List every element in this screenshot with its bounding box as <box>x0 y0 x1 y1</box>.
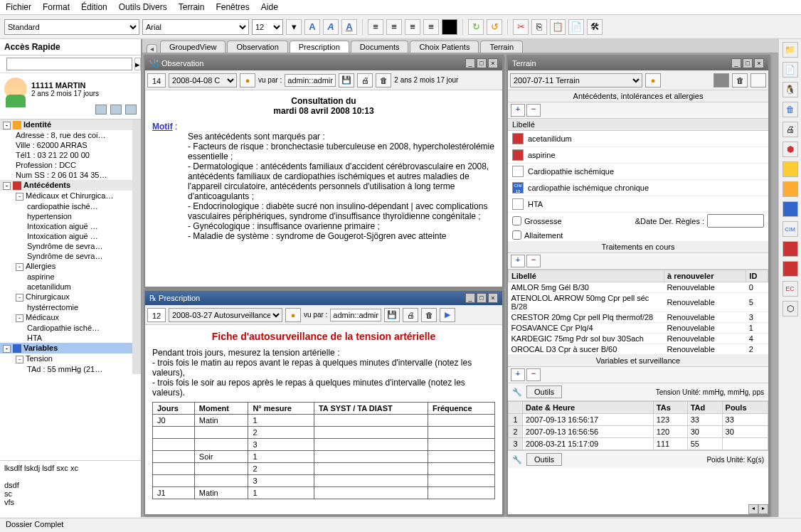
table-row[interactable]: OROCAL D3 Cpr à sucer B/60Renouvelable2 <box>509 344 768 355</box>
tab-patients[interactable]: Choix Patients <box>410 41 479 53</box>
user-field[interactable] <box>285 74 336 87</box>
add-button[interactable]: + <box>511 368 525 381</box>
bold-icon[interactable]: A <box>304 19 320 35</box>
list-item[interactable]: CIM10cardiopathie ischémique chronique <box>508 180 768 196</box>
tree-item[interactable]: HTA <box>0 333 132 343</box>
align-left-icon[interactable]: ≡ <box>368 19 383 35</box>
tab-groupedview[interactable]: GroupedView <box>160 41 226 53</box>
notes-icon[interactable]: 📄 <box>568 19 584 35</box>
save-icon[interactable]: 💾 <box>339 73 354 87</box>
table-row[interactable]: KARDEGIC 75mg Pdr sol buv 30SachRenouvel… <box>509 334 768 344</box>
tree-item[interactable]: Cardiopathie isché… <box>0 323 132 333</box>
italic-icon[interactable]: A <box>323 19 339 35</box>
save-icon[interactable]: 💾 <box>384 308 400 322</box>
record-icon[interactable]: ● <box>645 73 661 87</box>
menu-aide[interactable]: Aide <box>261 2 278 12</box>
terrain-date-select[interactable]: 2007-07-11 Terrain <box>510 73 642 87</box>
red-icon[interactable] <box>783 241 798 257</box>
table-row[interactable]: FOSAVANCE Cpr Plq/4Renouvelable1 <box>509 323 768 334</box>
close-icon[interactable]: × <box>754 58 764 68</box>
color-swatch[interactable] <box>442 19 457 35</box>
tree-item[interactable]: Tél1 : 03 21 22 00 00 <box>0 150 132 160</box>
delete-icon[interactable]: 🗑 <box>376 73 391 87</box>
cluster-icon[interactable]: ⬡ <box>783 301 798 316</box>
tab-terrain[interactable]: Terrain <box>480 41 523 53</box>
tree-group[interactable]: -Allergies <box>0 261 132 272</box>
underline-icon[interactable]: A <box>341 19 357 35</box>
close-icon[interactable]: × <box>488 293 498 303</box>
printer-icon[interactable]: 🖨 <box>783 122 798 137</box>
obs-date-select[interactable]: 2008-04-08 C <box>169 73 237 87</box>
presc-body[interactable]: Fiche d'autosurveillance de la tension a… <box>145 325 502 514</box>
tree-group[interactable]: -Tension <box>0 353 132 364</box>
tree-item[interactable]: Ville : 62000 ARRAS <box>0 140 132 150</box>
delete-icon[interactable]: 🗑 <box>421 308 437 322</box>
tree-item[interactable]: Num SS : 2 06 01 34 35… <box>0 170 132 180</box>
style-select[interactable]: Standard <box>4 19 139 35</box>
menu-terrain[interactable]: Terrain <box>179 2 205 12</box>
tree-item[interactable]: TAd : 55 mmHg (21… <box>0 364 132 374</box>
font-select[interactable]: Arial <box>142 19 249 35</box>
tree-item[interactable]: aspirine <box>0 272 132 282</box>
ecam-icon[interactable]: EC <box>783 281 798 297</box>
list-item[interactable]: aspirine <box>508 147 768 164</box>
tree-item[interactable]: Adresse : 8, rue des coi… <box>0 130 132 140</box>
observation-titlebar[interactable]: 🩺 Observation _ □ × <box>145 56 502 70</box>
list-item[interactable]: Cardiopathie ischémique <box>508 164 768 180</box>
maximize-icon[interactable]: □ <box>477 58 487 68</box>
search-go-icon[interactable]: ▸ <box>134 58 141 70</box>
close-icon[interactable]: × <box>488 58 498 68</box>
table-row[interactable]: 22007-09-13 16:56:561203030 <box>509 426 768 438</box>
sidebar-notes[interactable]: lksdlf lskdj lsdf sxc xc dsdf sc vfs <box>0 460 141 517</box>
tree-item[interactable]: Intoxication aiguë … <box>0 231 132 241</box>
undo-icon[interactable]: ↺ <box>487 19 502 35</box>
menu-fichier[interactable]: Fichier <box>6 2 31 12</box>
orange-icon[interactable] <box>783 181 798 197</box>
tree-group[interactable]: -Chirurgicaux <box>0 292 132 302</box>
search-input[interactable] <box>6 58 132 70</box>
penguin-icon[interactable]: 🐧 <box>783 82 798 97</box>
table-row[interactable]: AMLOR 5mg Gél B/30Renouvelable0 <box>509 282 768 293</box>
wrench-icon[interactable]: 🔧 <box>512 455 522 464</box>
scroll-left-icon[interactable]: ◂ <box>748 504 758 514</box>
tree-item[interactable]: Syndrôme de sevra… <box>0 241 132 251</box>
minimize-icon[interactable]: _ <box>465 293 475 303</box>
tree-item[interactable]: cardiopathie isché… <box>0 201 132 211</box>
tree-identite[interactable]: -Identité <box>0 119 132 130</box>
date-regles-input[interactable] <box>707 214 764 228</box>
patient-card[interactable]: 11111 MARTIN 2 ans 2 mois 17 jours <box>0 73 141 105</box>
blue-icon[interactable] <box>783 201 798 217</box>
presc-date-select[interactable]: 2008-03-27 Autosurveillance <box>169 308 282 322</box>
delete-icon[interactable]: 🗑 <box>732 73 748 87</box>
scroll-right-icon[interactable]: ▸ <box>758 504 768 514</box>
menu-edition[interactable]: Édition <box>81 2 107 12</box>
obs-body[interactable]: Consultation du mardi 08 avril 2008 10:1… <box>145 90 502 287</box>
red2-icon[interactable] <box>783 261 798 277</box>
add-button[interactable]: + <box>511 104 525 117</box>
minimize-icon[interactable]: _ <box>731 58 741 68</box>
folder-icon[interactable]: 📁 <box>783 42 798 58</box>
trash-icon[interactable]: 🗑 <box>783 102 798 117</box>
grossesse-checkbox[interactable] <box>512 216 521 225</box>
maximize-icon[interactable]: □ <box>477 293 487 303</box>
yellow-icon[interactable] <box>783 161 798 177</box>
tree-item[interactable]: hystérrectomie <box>0 302 132 312</box>
stop-icon[interactable]: ⬢ <box>783 142 798 157</box>
tree-item[interactable]: acetanilidum <box>0 282 132 292</box>
align-right-icon[interactable]: ≡ <box>405 19 420 35</box>
cut-icon[interactable]: ✂ <box>513 19 529 35</box>
tree-antecedents[interactable]: -Antécédents <box>0 180 132 191</box>
size-dropdown-icon[interactable]: ▾ <box>286 19 302 35</box>
remove-button[interactable]: − <box>526 255 541 267</box>
remove-button[interactable]: − <box>526 368 541 381</box>
gray-icon[interactable] <box>714 73 729 87</box>
mini-icon-3[interactable] <box>125 105 137 115</box>
align-justify-icon[interactable]: ≡ <box>423 19 439 35</box>
record-icon[interactable]: ● <box>285 308 301 322</box>
blank-icon[interactable] <box>750 73 766 87</box>
user-field[interactable] <box>330 309 381 321</box>
table-row[interactable]: 32008-03-21 15:17:0911155 <box>509 438 768 450</box>
add-button[interactable]: + <box>511 255 525 267</box>
tree-item[interactable]: Syndrôme de sevra… <box>0 251 132 261</box>
allaitement-checkbox[interactable] <box>512 230 521 240</box>
